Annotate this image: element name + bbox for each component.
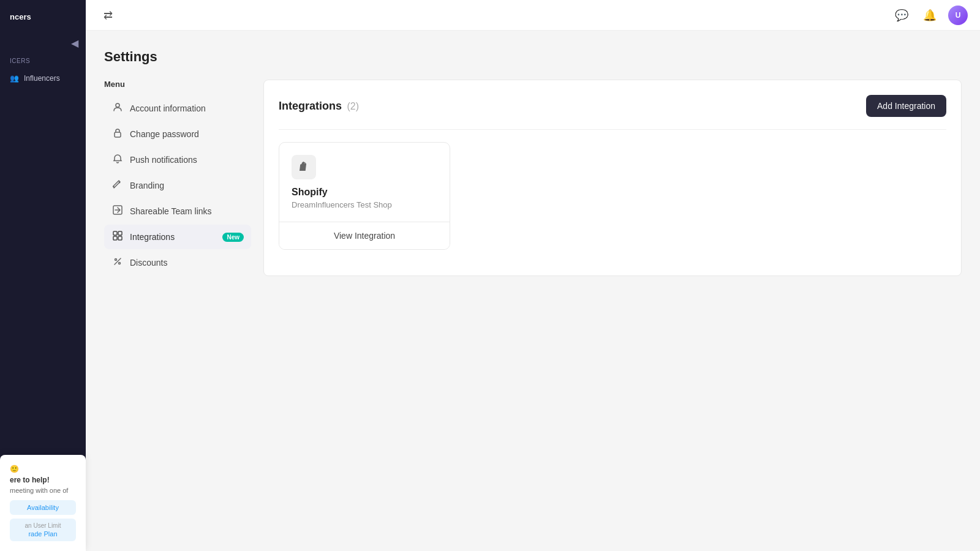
- influencers-icon: 👥: [10, 74, 19, 83]
- person-icon: [111, 102, 124, 114]
- main-wrapper: ⇄ 💬 🔔 U Settings Menu: [86, 0, 980, 551]
- svg-point-8: [119, 263, 121, 264]
- branding-icon: [111, 179, 124, 192]
- integration-card-shopify: Shopify DreamInfluencers Test Shop View …: [279, 142, 450, 250]
- svg-rect-4: [118, 231, 122, 235]
- menu-item-password[interactable]: Change password: [104, 122, 251, 146]
- integrations-divider: [279, 129, 946, 130]
- menu-item-team-links[interactable]: Shareable Team links: [104, 199, 251, 223]
- chat-icon: 💬: [895, 9, 908, 22]
- new-badge: New: [222, 233, 244, 242]
- sidebar-section-label: Icers: [0, 53, 86, 69]
- sidebar: ncers ◀ Icers 👥 Influencers 🙂 ere to hel…: [0, 0, 86, 551]
- menu-item-discounts[interactable]: Discounts: [104, 250, 251, 275]
- svg-point-7: [115, 259, 117, 261]
- svg-point-0: [116, 103, 119, 107]
- svg-rect-3: [113, 231, 117, 235]
- avatar[interactable]: U: [948, 6, 968, 25]
- help-panel-title: ere to help!: [10, 476, 76, 484]
- add-integration-button[interactable]: Add Integration: [866, 95, 946, 117]
- integrations-count: (2): [347, 101, 359, 111]
- page-title: Settings: [104, 49, 962, 65]
- menu-item-branding-label: Branding: [130, 181, 164, 190]
- sidebar-item-influencers[interactable]: 👥 Influencers: [0, 69, 86, 88]
- menu-item-discounts-label: Discounts: [130, 258, 167, 268]
- integration-subtitle: DreamInfluencers Test Shop: [292, 200, 437, 209]
- help-panel-text: meeting with one of: [10, 487, 76, 494]
- header-right: 💬 🔔 U: [892, 6, 968, 25]
- discounts-icon: [111, 257, 124, 269]
- menu-item-password-label: Change password: [130, 129, 199, 139]
- view-integration-button[interactable]: View Integration: [279, 222, 450, 249]
- plan-limit-label: an User Limit: [16, 522, 70, 529]
- integration-card-body: Shopify DreamInfluencers Test Shop: [279, 143, 450, 222]
- lock-icon: [111, 128, 124, 140]
- shopify-logo: [292, 155, 316, 179]
- sidebar-collapse-button[interactable]: ◀: [0, 34, 86, 53]
- sidebar-toggle-icon: ⇄: [104, 9, 113, 22]
- integrations-icon: [111, 231, 124, 243]
- menu-item-account-label: Account information: [130, 103, 206, 113]
- menu-item-branding[interactable]: Branding: [104, 173, 251, 198]
- integrations-panel: Integrations (2) Add Integration: [263, 80, 962, 276]
- availability-button[interactable]: Availability: [10, 500, 76, 515]
- integration-name: Shopify: [292, 187, 437, 198]
- header-left: ⇄: [98, 6, 118, 25]
- menu-item-notifications[interactable]: Push notifications: [104, 148, 251, 172]
- menu-item-account[interactable]: Account information: [104, 96, 251, 121]
- share-icon: [111, 205, 124, 217]
- sidebar-toggle-button[interactable]: ⇄: [98, 6, 118, 25]
- content-area: Settings Menu Account information: [86, 31, 980, 551]
- top-header: ⇄ 💬 🔔 U: [86, 0, 980, 31]
- settings-menu: Menu Account information: [104, 80, 263, 276]
- integrations-header: Integrations (2) Add Integration: [279, 95, 946, 117]
- integration-card-footer: View Integration: [279, 222, 450, 249]
- bell-icon: 🔔: [923, 9, 937, 22]
- menu-item-team-links-label: Shareable Team links: [130, 206, 212, 216]
- svg-rect-1: [115, 132, 121, 137]
- bottom-help-panel: 🙂 ere to help! meeting with one of Avail…: [0, 455, 86, 551]
- integrations-title-group: Integrations (2): [279, 100, 359, 113]
- settings-layout: Menu Account information: [104, 80, 962, 276]
- help-panel-icon: 🙂: [10, 465, 76, 473]
- menu-item-integrations-label: Integrations: [130, 232, 175, 242]
- collapse-icon: ◀: [71, 37, 78, 49]
- user-limit-badge: an User Limit rade Plan: [10, 519, 76, 541]
- menu-label: Menu: [104, 80, 251, 89]
- svg-rect-5: [113, 236, 117, 240]
- sidebar-brand: ncers: [0, 12, 86, 34]
- sidebar-item-label: Influencers: [24, 74, 60, 83]
- menu-item-integrations[interactable]: Integrations New: [104, 225, 251, 249]
- notification-bell-icon: [111, 154, 124, 166]
- menu-item-notifications-label: Push notifications: [130, 155, 197, 165]
- chat-button[interactable]: 💬: [892, 6, 911, 25]
- svg-rect-6: [118, 236, 122, 240]
- integrations-title: Integrations: [279, 100, 342, 112]
- notifications-button[interactable]: 🔔: [920, 6, 940, 25]
- upgrade-plan-link[interactable]: rade Plan: [28, 530, 57, 538]
